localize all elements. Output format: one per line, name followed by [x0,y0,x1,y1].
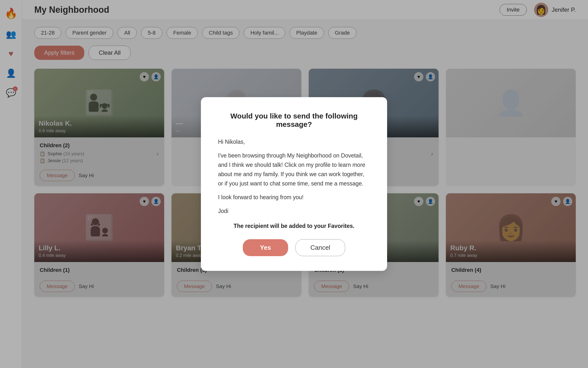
send-message-modal: Would you like to send the following mes… [201,97,387,271]
modal-closing: I look forward to hearing from you! [218,193,370,202]
modal-body: Hi Nikolas, I've been browsing through M… [218,137,370,216]
modal-signature: Jodi [218,207,370,216]
modal-greeting: Hi Nikolas, [218,137,370,147]
confirm-cancel-button[interactable]: Cancel [295,239,345,256]
modal-buttons: Yes Cancel [218,239,370,256]
modal-backdrop: Would you like to send the following mes… [0,0,588,368]
modal-favorites-note: The recipient will be added to your Favo… [218,223,370,229]
modal-title: Would you like to send the following mes… [218,112,370,129]
modal-message-body: I've been browsing through My Neighborho… [218,151,370,188]
confirm-yes-button[interactable]: Yes [243,239,288,256]
